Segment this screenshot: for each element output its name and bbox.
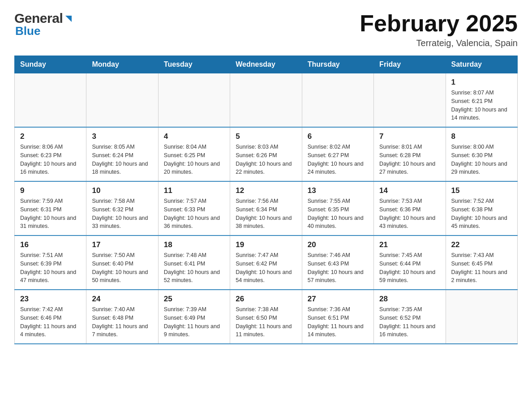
day-number: 8 <box>451 132 512 141</box>
calendar-day-cell: 16Sunrise: 7:51 AM Sunset: 6:39 PM Dayli… <box>15 235 86 290</box>
day-number: 6 <box>308 132 368 141</box>
calendar-day-cell <box>15 73 86 128</box>
day-number: 7 <box>379 132 440 141</box>
day-number: 20 <box>308 240 368 249</box>
calendar-day-cell: 4Sunrise: 8:04 AM Sunset: 6:25 PM Daylig… <box>158 127 230 181</box>
calendar-day-cell: 6Sunrise: 8:02 AM Sunset: 6:27 PM Daylig… <box>302 127 373 181</box>
day-info: Sunrise: 8:07 AM Sunset: 6:21 PM Dayligh… <box>451 89 512 122</box>
day-of-week-header: Sunday <box>15 56 86 73</box>
calendar-day-cell: 2Sunrise: 8:06 AM Sunset: 6:23 PM Daylig… <box>15 127 86 181</box>
day-number: 11 <box>164 186 224 195</box>
day-number: 18 <box>164 240 224 249</box>
day-info: Sunrise: 8:02 AM Sunset: 6:27 PM Dayligh… <box>308 143 368 176</box>
day-info: Sunrise: 7:52 AM Sunset: 6:38 PM Dayligh… <box>451 197 512 231</box>
day-info: Sunrise: 8:00 AM Sunset: 6:30 PM Dayligh… <box>451 143 512 176</box>
day-info: Sunrise: 8:03 AM Sunset: 6:26 PM Dayligh… <box>236 143 296 176</box>
calendar-day-cell: 19Sunrise: 7:47 AM Sunset: 6:42 PM Dayli… <box>230 235 302 290</box>
calendar-day-cell <box>302 73 373 128</box>
day-of-week-header: Thursday <box>302 56 373 73</box>
day-info: Sunrise: 7:43 AM Sunset: 6:45 PM Dayligh… <box>451 251 512 285</box>
day-number: 1 <box>451 78 512 87</box>
logo-blue-text: Blue <box>15 24 40 38</box>
calendar-title: February 2025 <box>360 11 518 36</box>
day-info: Sunrise: 8:01 AM Sunset: 6:28 PM Dayligh… <box>379 143 440 176</box>
calendar-week-row: 1Sunrise: 8:07 AM Sunset: 6:21 PM Daylig… <box>15 73 518 128</box>
calendar-day-cell: 9Sunrise: 7:59 AM Sunset: 6:31 PM Daylig… <box>15 181 86 235</box>
calendar-day-cell: 15Sunrise: 7:52 AM Sunset: 6:38 PM Dayli… <box>446 181 517 235</box>
day-number: 21 <box>379 240 440 249</box>
day-of-week-header: Saturday <box>446 56 517 73</box>
day-number: 26 <box>236 295 296 304</box>
day-info: Sunrise: 7:53 AM Sunset: 6:36 PM Dayligh… <box>379 197 440 231</box>
day-number: 15 <box>451 186 512 195</box>
day-info: Sunrise: 7:51 AM Sunset: 6:39 PM Dayligh… <box>20 251 81 285</box>
day-number: 10 <box>92 186 152 195</box>
day-number: 13 <box>308 186 368 195</box>
calendar-day-cell: 8Sunrise: 8:00 AM Sunset: 6:30 PM Daylig… <box>446 127 517 181</box>
calendar-day-cell: 14Sunrise: 7:53 AM Sunset: 6:36 PM Dayli… <box>374 181 446 235</box>
day-number: 9 <box>20 186 81 195</box>
calendar-day-cell: 28Sunrise: 7:35 AM Sunset: 6:52 PM Dayli… <box>374 290 446 344</box>
day-info: Sunrise: 8:05 AM Sunset: 6:24 PM Dayligh… <box>92 143 152 176</box>
day-number: 24 <box>92 295 152 304</box>
day-info: Sunrise: 7:50 AM Sunset: 6:40 PM Dayligh… <box>92 251 152 285</box>
day-info: Sunrise: 7:45 AM Sunset: 6:44 PM Dayligh… <box>379 251 440 285</box>
day-number: 5 <box>236 132 296 141</box>
calendar-day-cell <box>158 73 230 128</box>
calendar-title-block: February 2025 Terrateig, Valencia, Spain <box>360 11 518 48</box>
day-number: 19 <box>236 240 296 249</box>
day-info: Sunrise: 8:04 AM Sunset: 6:25 PM Dayligh… <box>164 143 224 176</box>
calendar-day-cell: 25Sunrise: 7:39 AM Sunset: 6:49 PM Dayli… <box>158 290 230 344</box>
calendar-day-cell: 22Sunrise: 7:43 AM Sunset: 6:45 PM Dayli… <box>446 235 517 290</box>
day-number: 2 <box>20 132 81 141</box>
day-of-week-header: Friday <box>374 56 446 73</box>
day-info: Sunrise: 7:38 AM Sunset: 6:50 PM Dayligh… <box>236 305 296 339</box>
day-info: Sunrise: 7:55 AM Sunset: 6:35 PM Dayligh… <box>308 197 368 231</box>
day-info: Sunrise: 7:46 AM Sunset: 6:43 PM Dayligh… <box>308 251 368 285</box>
calendar-day-cell: 10Sunrise: 7:58 AM Sunset: 6:32 PM Dayli… <box>86 181 158 235</box>
day-of-week-header: Wednesday <box>230 56 302 73</box>
day-of-week-header: Tuesday <box>158 56 230 73</box>
day-number: 12 <box>236 186 296 195</box>
calendar-header-row: SundayMondayTuesdayWednesdayThursdayFrid… <box>15 56 518 73</box>
calendar-day-cell: 18Sunrise: 7:48 AM Sunset: 6:41 PM Dayli… <box>158 235 230 290</box>
day-info: Sunrise: 7:48 AM Sunset: 6:41 PM Dayligh… <box>164 251 224 285</box>
calendar-day-cell: 3Sunrise: 8:05 AM Sunset: 6:24 PM Daylig… <box>86 127 158 181</box>
day-info: Sunrise: 7:56 AM Sunset: 6:34 PM Dayligh… <box>236 197 296 231</box>
day-number: 16 <box>20 240 81 249</box>
day-info: Sunrise: 7:57 AM Sunset: 6:33 PM Dayligh… <box>164 197 224 231</box>
logo-general-text: General <box>14 11 63 26</box>
page-header: General Blue February 2025 Terrateig, Va… <box>14 11 518 48</box>
calendar-day-cell: 21Sunrise: 7:45 AM Sunset: 6:44 PM Dayli… <box>374 235 446 290</box>
calendar-day-cell: 11Sunrise: 7:57 AM Sunset: 6:33 PM Dayli… <box>158 181 230 235</box>
day-info: Sunrise: 7:35 AM Sunset: 6:52 PM Dayligh… <box>379 305 440 339</box>
day-info: Sunrise: 7:58 AM Sunset: 6:32 PM Dayligh… <box>92 197 152 231</box>
day-info: Sunrise: 8:06 AM Sunset: 6:23 PM Dayligh… <box>20 143 81 176</box>
day-info: Sunrise: 7:39 AM Sunset: 6:49 PM Dayligh… <box>164 305 224 339</box>
calendar-day-cell: 20Sunrise: 7:46 AM Sunset: 6:43 PM Dayli… <box>302 235 373 290</box>
calendar-day-cell <box>446 290 517 344</box>
calendar-day-cell: 24Sunrise: 7:40 AM Sunset: 6:48 PM Dayli… <box>86 290 158 344</box>
calendar-week-row: 2Sunrise: 8:06 AM Sunset: 6:23 PM Daylig… <box>15 127 518 181</box>
day-number: 28 <box>379 295 440 304</box>
calendar-day-cell: 23Sunrise: 7:42 AM Sunset: 6:46 PM Dayli… <box>15 290 86 344</box>
day-info: Sunrise: 7:40 AM Sunset: 6:48 PM Dayligh… <box>92 305 152 339</box>
day-number: 25 <box>164 295 224 304</box>
day-number: 27 <box>308 295 368 304</box>
calendar-week-row: 9Sunrise: 7:59 AM Sunset: 6:31 PM Daylig… <box>15 181 518 235</box>
day-number: 17 <box>92 240 152 249</box>
logo: General Blue <box>14 11 73 38</box>
calendar-day-cell: 17Sunrise: 7:50 AM Sunset: 6:40 PM Dayli… <box>86 235 158 290</box>
svg-marker-0 <box>65 16 72 22</box>
calendar-day-cell <box>374 73 446 128</box>
calendar-week-row: 23Sunrise: 7:42 AM Sunset: 6:46 PM Dayli… <box>15 290 518 344</box>
day-info: Sunrise: 7:36 AM Sunset: 6:51 PM Dayligh… <box>308 305 368 339</box>
calendar-day-cell <box>86 73 158 128</box>
day-number: 4 <box>164 132 224 141</box>
logo-arrow-icon <box>64 14 73 24</box>
calendar-day-cell: 27Sunrise: 7:36 AM Sunset: 6:51 PM Dayli… <box>302 290 373 344</box>
calendar-day-cell <box>230 73 302 128</box>
calendar-week-row: 16Sunrise: 7:51 AM Sunset: 6:39 PM Dayli… <box>15 235 518 290</box>
calendar-day-cell: 1Sunrise: 8:07 AM Sunset: 6:21 PM Daylig… <box>446 73 517 128</box>
day-info: Sunrise: 7:42 AM Sunset: 6:46 PM Dayligh… <box>20 305 81 339</box>
